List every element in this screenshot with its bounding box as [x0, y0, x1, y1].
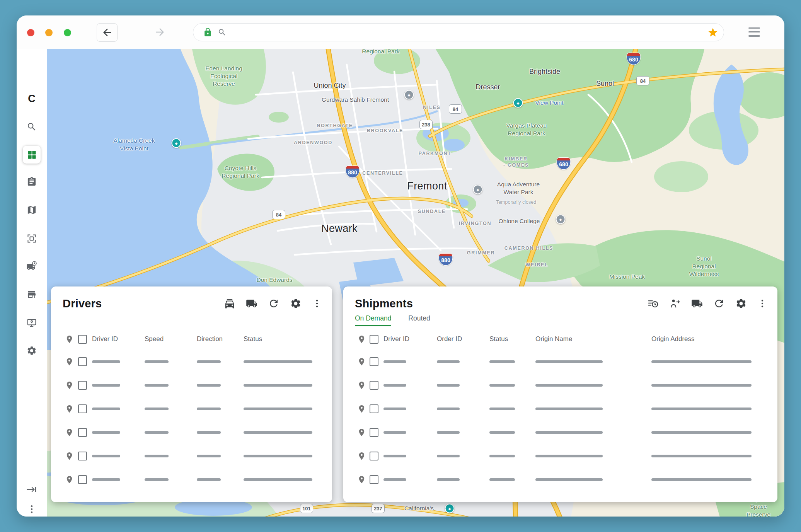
row-checkbox[interactable] — [370, 428, 378, 437]
more-menu-icon[interactable] — [312, 298, 322, 309]
table-row[interactable] — [51, 350, 332, 373]
forward-button[interactable] — [150, 23, 170, 41]
refresh-icon[interactable] — [713, 298, 725, 309]
drivers-title: Drivers — [63, 297, 102, 310]
table-row[interactable] — [343, 444, 777, 468]
location-pin-icon[interactable] — [65, 381, 78, 390]
drivers-panel: Drivers Driver ID Speed — [51, 286, 332, 502]
placeholder-bar — [651, 478, 752, 481]
select-all-checkbox[interactable] — [78, 335, 87, 344]
row-checkbox[interactable] — [370, 475, 378, 484]
sidebar-search-icon[interactable] — [27, 122, 37, 132]
table-row[interactable] — [51, 468, 332, 491]
map-label: Coyote Hills Regional Park — [222, 164, 259, 180]
sidebar-store-icon[interactable] — [27, 290, 37, 300]
select-all-checkbox[interactable] — [370, 335, 378, 344]
row-checkbox[interactable] — [78, 452, 87, 460]
row-checkbox[interactable] — [78, 428, 87, 437]
location-pin-icon[interactable] — [357, 452, 370, 460]
map-label: Temporarily closed — [496, 199, 536, 205]
map-poi-icon[interactable] — [473, 185, 483, 194]
refresh-icon[interactable] — [268, 298, 279, 309]
map-label: CAMERON HILLS — [504, 245, 553, 251]
row-checkbox[interactable] — [78, 404, 87, 413]
row-checkbox[interactable] — [370, 404, 378, 413]
column-header-status: Status — [489, 335, 535, 343]
tab-on-demand[interactable]: On Demand — [355, 314, 391, 326]
close-window-button[interactable] — [27, 29, 34, 36]
collapse-sidebar-icon[interactable] — [27, 484, 37, 495]
shipments-panel-header: Shipments — [355, 294, 767, 313]
location-pin-icon[interactable] — [357, 381, 370, 390]
pending-history-icon[interactable] — [647, 298, 659, 309]
location-pin-icon[interactable] — [65, 475, 78, 484]
table-row[interactable] — [51, 421, 332, 444]
map-poi-icon[interactable] — [556, 215, 566, 224]
location-pin-icon[interactable] — [65, 452, 78, 460]
location-pin-icon[interactable] — [65, 404, 78, 413]
row-checkbox[interactable] — [78, 475, 87, 484]
map-poi-icon[interactable] — [172, 138, 181, 148]
map-label: Sunol Regional Wilderness — [689, 255, 719, 278]
location-pin-icon[interactable] — [357, 357, 370, 366]
location-pin-icon[interactable] — [65, 357, 78, 366]
truck-icon[interactable] — [246, 298, 257, 309]
placeholder-bar — [145, 478, 169, 481]
sidebar-scan-icon[interactable] — [27, 234, 37, 244]
placeholder-bar — [92, 384, 120, 387]
table-row[interactable] — [343, 373, 777, 397]
assign-driver-icon[interactable] — [669, 298, 681, 309]
sidebar-more-icon[interactable] — [27, 504, 37, 515]
sidebar-dashboard-icon[interactable] — [23, 146, 41, 164]
table-row[interactable] — [51, 373, 332, 397]
placeholder-bar — [197, 408, 221, 410]
sidebar-tasks-icon[interactable] — [27, 177, 37, 187]
row-checkbox[interactable] — [78, 357, 87, 366]
table-row[interactable] — [343, 397, 777, 421]
row-checkbox[interactable] — [370, 452, 378, 460]
location-pin-icon[interactable] — [357, 428, 370, 437]
settings-icon[interactable] — [735, 298, 747, 309]
map-poi-icon[interactable] — [513, 98, 523, 108]
map-poi-icon[interactable] — [404, 90, 414, 100]
placeholder-bar — [651, 431, 752, 434]
bookmark-star-icon[interactable] — [707, 27, 718, 38]
sidebar-map-icon[interactable] — [27, 205, 37, 215]
sidebar-device-location-icon[interactable] — [27, 318, 37, 328]
map-canvas[interactable]: Regional ParkEden Landing Ecological Res… — [47, 49, 784, 517]
url-input[interactable] — [232, 28, 702, 37]
back-button[interactable] — [97, 23, 118, 42]
toolbar-divider — [135, 26, 135, 39]
location-pin-icon — [65, 335, 78, 344]
minimize-window-button[interactable] — [45, 29, 53, 36]
address-bar[interactable] — [193, 23, 724, 41]
map-poi-icon[interactable] — [445, 504, 455, 513]
table-row[interactable] — [51, 444, 332, 468]
table-row[interactable] — [343, 468, 777, 491]
column-header-speed: Speed — [145, 335, 197, 343]
vehicle-icon[interactable] — [224, 298, 235, 309]
placeholder-bar — [651, 360, 752, 363]
table-row[interactable] — [343, 421, 777, 444]
map-label: GRIMMER — [467, 250, 495, 256]
table-row[interactable] — [51, 397, 332, 421]
table-row[interactable] — [343, 350, 777, 373]
map-label: Eden Landing Ecological Reserve — [205, 65, 242, 88]
row-checkbox[interactable] — [370, 357, 378, 366]
settings-icon[interactable] — [290, 298, 302, 309]
placeholder-bar — [145, 455, 169, 457]
truck-icon[interactable] — [691, 298, 703, 309]
location-pin-icon[interactable] — [357, 404, 370, 413]
sidebar-fleet-schedule-icon[interactable] — [27, 261, 37, 272]
location-pin-icon[interactable] — [357, 475, 370, 484]
row-checkbox[interactable] — [370, 381, 378, 390]
map-label: Union City — [314, 81, 346, 90]
zoom-window-button[interactable] — [64, 29, 71, 36]
tab-routed[interactable]: Routed — [408, 314, 430, 326]
browser-menu-icon[interactable] — [748, 27, 760, 37]
more-menu-icon[interactable] — [757, 298, 767, 309]
location-pin-icon[interactable] — [65, 428, 78, 437]
row-checkbox[interactable] — [78, 381, 87, 390]
placeholder-bar — [651, 455, 752, 457]
sidebar-settings-icon[interactable] — [27, 346, 37, 356]
